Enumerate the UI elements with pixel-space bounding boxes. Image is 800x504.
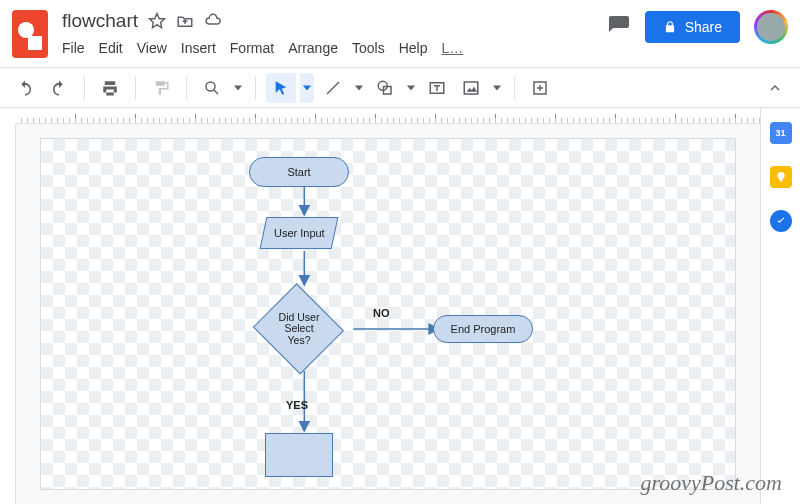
drawing-canvas[interactable]: Start User Input Did User Select Yes? NO… — [40, 138, 736, 490]
menu-tools[interactable]: Tools — [352, 40, 385, 56]
flow-input[interactable]: User Input — [260, 217, 339, 249]
select-tool[interactable] — [266, 73, 296, 103]
svg-marker-6 — [355, 85, 363, 90]
account-avatar[interactable] — [754, 10, 788, 44]
image-tool-dropdown[interactable] — [490, 73, 504, 103]
insert-comment-button[interactable] — [525, 73, 555, 103]
shape-tool[interactable] — [370, 73, 400, 103]
svg-marker-4 — [303, 85, 311, 90]
lock-icon — [663, 20, 677, 34]
toolbar-separator — [84, 77, 85, 99]
flow-decision-label: Did User Select Yes? — [279, 312, 320, 347]
header-right: Share — [607, 10, 788, 44]
svg-line-5 — [327, 82, 339, 94]
menu-help[interactable]: Help — [399, 40, 428, 56]
side-panel: 31 — [760, 108, 800, 504]
svg-marker-14 — [467, 86, 478, 91]
toolbar-separator — [135, 77, 136, 99]
flow-next-process[interactable] — [265, 433, 333, 477]
svg-marker-0 — [150, 14, 165, 28]
toolbar — [0, 68, 800, 108]
print-button[interactable] — [95, 73, 125, 103]
horizontal-ruler[interactable] — [16, 108, 760, 124]
menu-format[interactable]: Format — [230, 40, 274, 56]
toolbar-separator — [514, 77, 515, 99]
keep-addon-icon[interactable] — [770, 166, 792, 188]
select-tool-dropdown[interactable] — [300, 73, 314, 103]
line-tool-dropdown[interactable] — [352, 73, 366, 103]
zoom-button[interactable] — [197, 73, 227, 103]
menu-bar: File Edit View Insert Format Arrange Too… — [62, 40, 607, 56]
menu-view[interactable]: View — [137, 40, 167, 56]
calendar-addon-icon[interactable]: 31 — [770, 122, 792, 144]
line-tool[interactable] — [318, 73, 348, 103]
tasks-addon-icon[interactable] — [770, 210, 792, 232]
document-title[interactable]: flowchart — [62, 10, 138, 32]
svg-marker-3 — [234, 85, 242, 90]
svg-marker-9 — [407, 85, 415, 90]
flow-end-label: End Program — [451, 323, 516, 336]
svg-rect-13 — [464, 82, 478, 94]
toolbar-separator — [186, 77, 187, 99]
paint-format-button[interactable] — [146, 73, 176, 103]
zoom-dropdown[interactable] — [231, 73, 245, 103]
cloud-status-icon[interactable] — [204, 12, 222, 30]
canvas-container: Start User Input Did User Select Yes? NO… — [16, 124, 760, 504]
comments-icon[interactable] — [607, 14, 631, 41]
menu-file[interactable]: File — [62, 40, 85, 56]
menu-last-edit[interactable]: L… — [441, 40, 463, 56]
share-button-label: Share — [685, 19, 722, 35]
title-row: flowchart — [62, 6, 607, 36]
shape-tool-dropdown[interactable] — [404, 73, 418, 103]
edge-no-label: NO — [373, 307, 390, 319]
image-tool[interactable] — [456, 73, 486, 103]
svg-marker-15 — [493, 85, 501, 90]
redo-button[interactable] — [44, 73, 74, 103]
flow-input-label: User Input — [274, 227, 325, 240]
flow-end[interactable]: End Program — [433, 315, 533, 343]
title-area: flowchart File Edit View Insert Format A… — [62, 6, 607, 56]
edge-yes-label: YES — [286, 399, 308, 411]
collapse-toolbar-button[interactable] — [760, 73, 790, 103]
menu-arrange[interactable]: Arrange — [288, 40, 338, 56]
drawings-app-icon[interactable] — [12, 10, 48, 58]
menu-insert[interactable]: Insert — [181, 40, 216, 56]
vertical-ruler[interactable] — [0, 124, 16, 504]
share-button[interactable]: Share — [645, 11, 740, 43]
move-to-folder-icon[interactable] — [176, 12, 194, 30]
toolbar-separator — [255, 77, 256, 99]
flow-start-label: Start — [287, 166, 310, 179]
menu-edit[interactable]: Edit — [99, 40, 123, 56]
undo-button[interactable] — [10, 73, 40, 103]
workspace: Start User Input Did User Select Yes? NO… — [0, 108, 760, 504]
svg-line-2 — [214, 90, 218, 94]
flow-decision[interactable]: Did User Select Yes? — [251, 285, 347, 373]
textbox-tool[interactable] — [422, 73, 452, 103]
flow-start[interactable]: Start — [249, 157, 349, 187]
app-header: flowchart File Edit View Insert Format A… — [0, 0, 800, 68]
svg-point-1 — [206, 82, 215, 91]
star-icon[interactable] — [148, 12, 166, 30]
